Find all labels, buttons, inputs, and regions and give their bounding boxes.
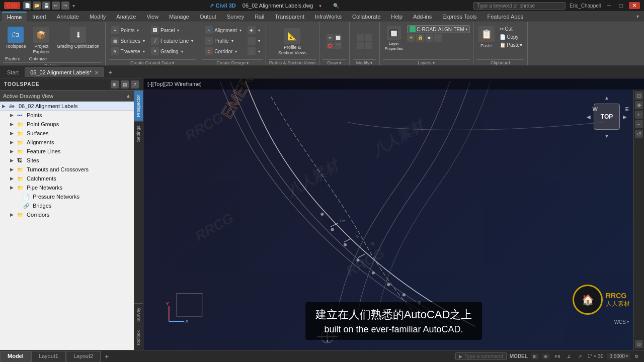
search-bar[interactable]: Type a keyword or phrase bbox=[473, 2, 566, 10]
tab-featured[interactable]: Featured Apps bbox=[482, 12, 528, 21]
alignment-btn[interactable]: A Alignment▾ bbox=[202, 25, 244, 35]
tree-item-point-groups[interactable]: ▶ 📁 Point Groups bbox=[0, 120, 134, 129]
tree-item-turnouts[interactable]: ▶ 📁 Turnouts and Crossovers bbox=[0, 165, 134, 174]
survey-tab[interactable]: Survey bbox=[134, 303, 143, 326]
doc-tab-close[interactable]: ✕ bbox=[95, 70, 99, 75]
optimize-btn[interactable]: Optimize bbox=[27, 56, 49, 61]
explore-btn[interactable]: Explore bbox=[3, 56, 23, 61]
tree-item-pressure-networks[interactable]: 📄 Pressure Networks bbox=[0, 192, 134, 201]
layout1-tab[interactable]: Layout1 bbox=[31, 351, 66, 362]
nav-wheel[interactable]: ⊙ bbox=[635, 340, 643, 348]
freeze-btn[interactable]: ☀ bbox=[407, 34, 415, 42]
ortho-toggle[interactable]: F8 bbox=[553, 353, 562, 359]
nav-up-arrow[interactable]: ▲ bbox=[603, 94, 611, 102]
annotation-scale[interactable]: 3.5000▾ bbox=[607, 353, 630, 359]
grid-toggle[interactable]: ⊞ bbox=[531, 353, 539, 359]
maximize-btn[interactable]: □ bbox=[617, 2, 625, 9]
copy-btn[interactable]: 📄 Copy bbox=[498, 33, 524, 41]
feature-line-btn[interactable]: ╱ Feature Line▾ bbox=[148, 36, 196, 46]
tab-view[interactable]: View bbox=[141, 12, 164, 21]
profile2-btn[interactable]: ~ ▾ bbox=[245, 36, 263, 46]
nav-right-arrow[interactable]: ▶ bbox=[621, 113, 629, 121]
qat-undo[interactable]: ↩ bbox=[52, 2, 60, 10]
qat-open[interactable]: 📂 bbox=[33, 2, 41, 10]
paste-btn[interactable]: 📋 Paste bbox=[476, 25, 497, 49]
tab-annotate[interactable]: Annotate bbox=[52, 12, 84, 21]
settings-tab[interactable]: Settings bbox=[134, 121, 143, 146]
parcel-btn[interactable]: 🅿 Parcel▾ bbox=[148, 25, 196, 35]
tab-survey[interactable]: Survey bbox=[222, 12, 249, 21]
nav-orbit[interactable]: ↺ bbox=[635, 130, 643, 138]
nav-down-arrow[interactable]: ▼ bbox=[603, 132, 611, 140]
tree-item-bridges[interactable]: 🔗 Bridges bbox=[0, 201, 134, 210]
tree-item-catchments[interactable]: ▶ 📁 Catchments bbox=[0, 174, 134, 183]
tab-rail[interactable]: Rail bbox=[250, 12, 269, 21]
tree-item-sites[interactable]: ▶ 🏗 Sites bbox=[0, 156, 134, 165]
layer-properties-btn[interactable]: 🔲 LayerProperties bbox=[383, 25, 405, 52]
close-btn[interactable]: ✕ bbox=[629, 2, 640, 9]
layout2-tab[interactable]: Layout2 bbox=[66, 351, 101, 362]
tab-infraworks[interactable]: InfraWorks bbox=[310, 12, 347, 21]
tab-insert[interactable]: Insert bbox=[27, 12, 51, 21]
project-explorer-btn[interactable]: 📦 ProjectExplorer bbox=[31, 25, 53, 56]
intersection-btn[interactable]: ✚ ▾ bbox=[245, 25, 263, 35]
tab-analyze[interactable]: Analyze bbox=[111, 12, 141, 21]
grading-btn[interactable]: ≡ Grading▾ bbox=[148, 46, 196, 56]
workspace-switch[interactable]: ⚙ bbox=[633, 353, 640, 359]
tab-addins[interactable]: Add-ins bbox=[408, 12, 437, 21]
toolspace-icon2[interactable]: ▤ bbox=[121, 80, 129, 88]
lock-btn[interactable]: 🔒 bbox=[416, 34, 424, 42]
corridor-btn[interactable]: C Corridor▾ bbox=[202, 46, 244, 56]
nav-left-arrow[interactable]: ◀ bbox=[585, 113, 593, 121]
tree-item-pipe-networks[interactable]: ▶ 📁 Pipe Networks bbox=[0, 183, 134, 192]
tree-item-surfaces[interactable]: ▶ 📁 Surfaces bbox=[0, 129, 134, 138]
status-command-input[interactable]: ▶ Type a command bbox=[455, 352, 507, 360]
tree-item-corridors[interactable]: ▶ 📁 Corridors bbox=[0, 210, 134, 219]
tab-express[interactable]: Express Tools bbox=[437, 12, 481, 21]
surfaces-btn[interactable]: ▦ Surfaces▾ bbox=[109, 36, 147, 46]
layer-dropdown[interactable]: C-ROAD-ALGN-TEM ▾ bbox=[407, 25, 469, 33]
polar-toggle[interactable]: ∠ bbox=[565, 353, 573, 359]
model-tab[interactable]: Model bbox=[0, 351, 31, 362]
traverse-btn[interactable]: ≋ Traverse▾ bbox=[109, 46, 147, 56]
doc-tab-active[interactable]: 06_02 Alignment Labels* ✕ bbox=[25, 67, 104, 77]
start-tab[interactable]: Start bbox=[2, 68, 24, 77]
snap-toggle[interactable]: ⊕ bbox=[542, 353, 550, 359]
toolbox-tab[interactable]: Toolbox bbox=[134, 326, 143, 350]
cut-btn[interactable]: ✂ Cut bbox=[498, 25, 524, 33]
qat-save[interactable]: 💾 bbox=[42, 2, 50, 10]
nav-zoom-out[interactable]: − bbox=[635, 120, 643, 128]
tab-output[interactable]: Output bbox=[195, 12, 221, 21]
nav-zoom-in[interactable]: + bbox=[635, 111, 643, 119]
tab-transparent[interactable]: Transparent bbox=[270, 12, 309, 21]
tab-modify[interactable]: Modify bbox=[85, 12, 111, 21]
grading-optimization-btn[interactable]: ⬇ Grading Optimization bbox=[54, 25, 102, 51]
tab-collaborate[interactable]: Collaborate bbox=[347, 12, 385, 21]
nav-zoom-extents[interactable]: ⊡ bbox=[635, 92, 643, 100]
nav-pan[interactable]: ✥ bbox=[635, 101, 643, 109]
prospector-tab[interactable]: Prospector bbox=[134, 90, 143, 121]
profile-section-views-btn[interactable]: 📐 Profile &Section Views bbox=[276, 26, 308, 58]
toolspace-btn[interactable]: 🗂 Toolspace bbox=[3, 25, 29, 50]
draw-tools[interactable]: ✏ ⬜ ⭕ ⌒ bbox=[325, 32, 344, 51]
tab-home[interactable]: Home bbox=[2, 12, 27, 22]
points-btn[interactable]: • Points▾ bbox=[109, 25, 147, 35]
tab-manage[interactable]: Manage bbox=[164, 12, 194, 21]
minimize-btn[interactable]: ─ bbox=[605, 2, 613, 9]
profile-btn[interactable]: P Profile▾ bbox=[202, 36, 244, 46]
ribbon-options[interactable]: ▾ bbox=[633, 13, 642, 20]
tree-item-feature-lines[interactable]: ▶ 📁 Feature Lines bbox=[0, 147, 134, 156]
qat-new[interactable]: 📄 bbox=[23, 2, 31, 10]
tree-item-points[interactable]: ▶ ••• Points bbox=[0, 111, 134, 120]
toolspace-icon3[interactable]: ? bbox=[131, 80, 139, 88]
qat-redo[interactable]: ↪ bbox=[61, 2, 69, 10]
tree-item-alignments[interactable]: ▶ 📁 Alignments bbox=[0, 138, 134, 147]
tab-help[interactable]: Help bbox=[386, 12, 408, 21]
paste-special-btn[interactable]: 📋 Paste▾ bbox=[498, 41, 524, 49]
tree-root[interactable]: ▶ 🗁 06_02 Alignment Labels bbox=[0, 102, 134, 111]
add-layout-btn[interactable]: + bbox=[101, 351, 113, 362]
color-btn[interactable]: ■ bbox=[425, 34, 433, 42]
toolspace-icon1[interactable]: ⊞ bbox=[111, 80, 119, 88]
corridor2-btn[interactable]: = ▾ bbox=[245, 46, 263, 56]
linetype-btn[interactable]: ─ bbox=[434, 34, 442, 42]
